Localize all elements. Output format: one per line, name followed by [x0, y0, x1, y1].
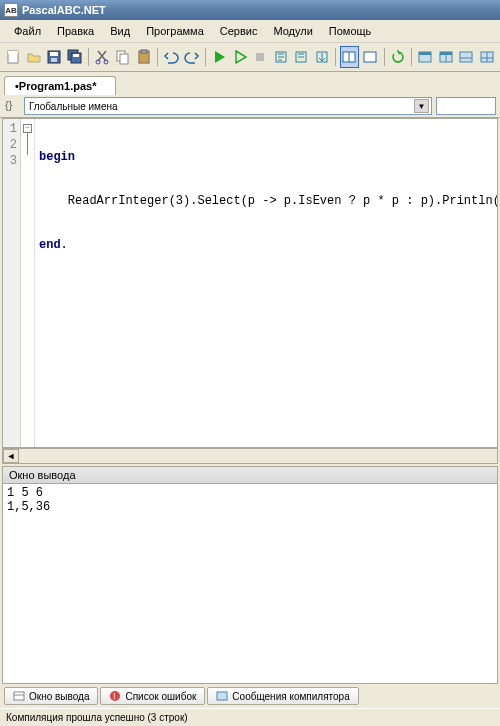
toolbar	[0, 43, 500, 72]
errors-icon: !	[109, 690, 121, 702]
chevron-down-icon[interactable]: ▼	[414, 99, 429, 113]
svg-rect-4	[51, 58, 57, 62]
layout-split-icon[interactable]	[340, 46, 359, 68]
run-debug-icon[interactable]	[230, 46, 249, 68]
tab-bar: •Program1.pas*	[0, 72, 500, 95]
output-icon	[13, 690, 25, 702]
scope-combo-text: Глобальные имена	[27, 101, 414, 112]
tab-errors[interactable]: ! Список ошибок	[100, 687, 205, 705]
horizontal-scrollbar[interactable]: ◄	[2, 448, 498, 464]
tab-label: •Program1.pas*	[15, 80, 97, 92]
toolbar-separator	[205, 48, 206, 66]
svg-rect-1	[8, 51, 18, 54]
svg-rect-11	[120, 54, 128, 64]
scope-combo[interactable]: Глобальные имена ▼	[24, 97, 432, 115]
svg-rect-37	[217, 692, 227, 700]
window4-icon[interactable]	[478, 46, 497, 68]
menu-help[interactable]: Помощь	[321, 22, 380, 40]
refresh-icon[interactable]	[388, 46, 407, 68]
menu-program[interactable]: Программа	[138, 22, 212, 40]
navigation-row: {} Глобальные имена ▼	[0, 95, 500, 118]
toolbar-separator	[88, 48, 89, 66]
step-into-icon[interactable]	[271, 46, 290, 68]
run-icon[interactable]	[210, 46, 229, 68]
scope-icon: {}	[4, 97, 20, 113]
toolbar-separator	[384, 48, 385, 66]
svg-rect-27	[460, 52, 472, 62]
toolbar-separator	[157, 48, 158, 66]
editor-container: 1 2 3 − begin ReadArrInteger(3).Select(p…	[0, 118, 500, 464]
toolbar-separator	[335, 48, 336, 66]
line-gutter: 1 2 3	[3, 119, 21, 447]
code-editor[interactable]: 1 2 3 − begin ReadArrInteger(3).Select(p…	[2, 118, 498, 448]
keyword: end	[39, 238, 61, 252]
window-title: PascalABC.NET	[22, 4, 106, 16]
status-bar: Компиляция прошла успешно (3 строк)	[0, 708, 500, 726]
svg-rect-23	[419, 52, 431, 55]
svg-rect-21	[364, 52, 376, 62]
window1-icon[interactable]	[416, 46, 435, 68]
svg-rect-7	[73, 54, 79, 57]
redo-icon[interactable]	[182, 46, 201, 68]
output-panel-header: Окно вывода	[2, 466, 498, 484]
svg-rect-15	[256, 53, 264, 61]
bottom-tab-bar: Окно вывода ! Список ошибок Сообщения ко…	[0, 684, 500, 708]
fold-line	[27, 133, 28, 155]
output-text[interactable]: 1 5 6 1,5,36	[2, 484, 498, 684]
save-all-icon[interactable]	[66, 46, 85, 68]
menu-service[interactable]: Сервис	[212, 22, 266, 40]
output-panel: Окно вывода 1 5 6 1,5,36	[0, 464, 500, 684]
window3-icon[interactable]	[457, 46, 476, 68]
svg-rect-33	[14, 692, 24, 700]
title-bar: AB PascalABC.NET	[0, 0, 500, 20]
code-text-area[interactable]: begin ReadArrInteger(3).Select(p -> p.Is…	[35, 119, 497, 447]
copy-icon[interactable]	[114, 46, 133, 68]
member-combo[interactable]	[436, 97, 496, 115]
menu-bar: Файл Правка Вид Программа Сервис Модули …	[0, 20, 500, 43]
keyword: begin	[39, 150, 75, 164]
svg-rect-14	[141, 50, 147, 53]
menu-edit[interactable]: Правка	[49, 22, 102, 40]
layout-single-icon[interactable]	[361, 46, 380, 68]
menu-view[interactable]: Вид	[102, 22, 138, 40]
window2-icon[interactable]	[436, 46, 455, 68]
svg-rect-25	[440, 52, 452, 55]
svg-text:!: !	[113, 691, 116, 701]
undo-icon[interactable]	[162, 46, 181, 68]
messages-icon	[216, 690, 228, 702]
menu-file[interactable]: Файл	[6, 22, 49, 40]
tab-messages[interactable]: Сообщения компилятора	[207, 687, 358, 705]
new-file-icon[interactable]	[4, 46, 23, 68]
open-file-icon[interactable]	[25, 46, 44, 68]
step-out-icon[interactable]	[313, 46, 332, 68]
cut-icon[interactable]	[93, 46, 112, 68]
scroll-left-icon[interactable]: ◄	[3, 449, 19, 463]
svg-rect-3	[50, 52, 58, 56]
stop-icon[interactable]	[251, 46, 270, 68]
toolbar-separator	[411, 48, 412, 66]
menu-modules[interactable]: Модули	[265, 22, 320, 40]
svg-text:{}: {}	[5, 99, 13, 111]
status-text: Компиляция прошла успешно (3 строк)	[6, 712, 188, 723]
tab-output[interactable]: Окно вывода	[4, 687, 98, 705]
step-over-icon[interactable]	[292, 46, 311, 68]
fold-toggle-icon[interactable]: −	[23, 124, 32, 133]
file-tab[interactable]: •Program1.pas*	[4, 76, 116, 95]
save-icon[interactable]	[45, 46, 64, 68]
fold-column: −	[21, 119, 35, 447]
app-icon: AB	[4, 3, 18, 17]
paste-icon[interactable]	[134, 46, 153, 68]
